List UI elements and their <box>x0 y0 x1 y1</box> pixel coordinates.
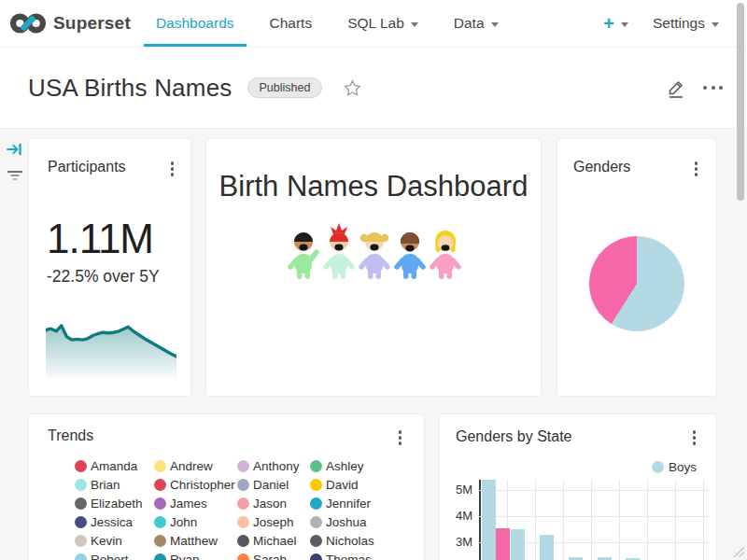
legend-dot <box>237 497 249 510</box>
legend-dot <box>237 516 249 528</box>
markdown-card: Birth Names Dashboard <box>205 138 542 397</box>
participants-menu-button[interactable] <box>167 158 178 180</box>
genders-card: Genders <box>557 138 717 397</box>
legend-item-brian[interactable]: Brian <box>75 479 154 491</box>
nav-item-label: Dashboards <box>156 15 234 32</box>
legend-item-andrew[interactable]: Andrew <box>154 460 237 472</box>
children-illustration <box>286 221 463 283</box>
legend-item-kevin[interactable]: Kevin <box>75 535 154 547</box>
legend-item-james[interactable]: James <box>154 497 237 510</box>
dashboard-heading: Birth Names Dashboard <box>206 170 541 203</box>
genders-by-state-menu-button[interactable] <box>689 427 700 449</box>
legend-item-christopher[interactable]: Christopher <box>154 479 237 491</box>
legend-dot <box>154 497 166 510</box>
chart-title: Genders <box>573 159 630 175</box>
genders-pie[interactable] <box>589 236 684 331</box>
legend-label: Christopher <box>170 478 235 492</box>
legend-item-amanda[interactable]: Amanda <box>75 460 154 472</box>
legend-item-elizabeth[interactable]: Elizabeth <box>75 497 154 510</box>
scrollbar-thumb[interactable] <box>737 3 744 201</box>
trends-legend: AmandaAndrewAnthonyAshleyBrianChristophe… <box>75 460 418 560</box>
y-axis-ticks: 5M4M3M <box>440 480 475 560</box>
superset-app: Superset DashboardsChartsSQL LabData + S… <box>0 0 747 560</box>
y-tick-label: 5M <box>456 483 472 497</box>
legend-item-thomas[interactable]: Thomas <box>310 553 418 560</box>
chevron-down-icon <box>712 22 719 27</box>
superset-infinity-icon <box>9 11 47 35</box>
legend-dot <box>310 460 322 472</box>
chart-title: Trends <box>48 427 93 444</box>
nav-item-label: Charts <box>270 15 313 32</box>
legend-dot <box>154 553 166 560</box>
filter-bar-button[interactable] <box>7 170 23 182</box>
legend-item-robert[interactable]: Robert <box>75 553 154 560</box>
chart-title: Participants <box>48 159 126 175</box>
legend-label: Elizabeth <box>91 497 143 511</box>
legend-item-anthony[interactable]: Anthony <box>237 460 310 472</box>
resize-handle[interactable] <box>730 543 745 558</box>
bar-boys[interactable] <box>511 529 525 560</box>
legend-label: Andrew <box>170 459 213 473</box>
legend-item-sarah[interactable]: Sarah <box>237 553 310 560</box>
kid-pink <box>432 231 458 279</box>
legend-item-joseph[interactable]: Joseph <box>237 516 310 528</box>
genders-menu-button[interactable] <box>691 158 702 180</box>
kid-green <box>290 232 317 279</box>
legend-item-jason[interactable]: Jason <box>237 497 310 510</box>
legend-item-michael[interactable]: Michael <box>237 535 310 547</box>
edit-dashboard-button[interactable] <box>666 77 686 99</box>
trends-menu-button[interactable] <box>395 427 406 449</box>
bar-boys[interactable] <box>540 535 554 560</box>
bar-girls[interactable] <box>496 528 510 560</box>
boys-legend-label: Boys <box>669 460 697 474</box>
legend-dot <box>237 535 249 547</box>
page-title: USA Births Names <box>28 74 233 103</box>
genders-by-state-card: Genders by State Boys 5M4M3M <box>439 413 717 560</box>
legend-item-joshua[interactable]: Joshua <box>310 516 418 528</box>
legend-dot <box>154 535 166 547</box>
state-bars-plot <box>479 480 710 560</box>
big-number-subheader: -22.5% over 5Y <box>47 267 160 287</box>
nav-item-charts[interactable]: Charts <box>258 0 325 47</box>
trends-card: Trends AmandaAndrewAnthonyAshleyBrianChr… <box>28 413 425 560</box>
nav-item-dashboards[interactable]: Dashboards <box>144 0 247 47</box>
legend-label: Anthony <box>253 459 300 473</box>
legend-dot <box>154 460 166 472</box>
plus-icon: + <box>603 14 614 33</box>
legend-item-nicholas[interactable]: Nicholas <box>310 535 418 547</box>
legend-item-john[interactable]: John <box>154 516 237 528</box>
nav-item-data[interactable]: Data <box>442 0 511 47</box>
legend-item-jennifer[interactable]: Jennifer <box>310 497 418 510</box>
published-badge[interactable]: Published <box>247 77 323 98</box>
expand-filter-bar-button[interactable] <box>7 142 22 157</box>
big-number-value: 1.11M <box>47 216 153 262</box>
nav-right: + Settings <box>603 0 747 47</box>
legend-item-daniel[interactable]: Daniel <box>237 479 310 491</box>
superset-logo[interactable]: Superset <box>9 0 131 47</box>
legend-item-ashley[interactable]: Ashley <box>310 460 418 472</box>
nav-item-sql-lab[interactable]: SQL Lab <box>335 0 430 47</box>
settings-dropdown[interactable]: Settings <box>653 15 719 32</box>
legend-item-david[interactable]: David <box>310 479 418 491</box>
brand-name: Superset <box>53 13 131 34</box>
more-actions-button[interactable] <box>701 80 725 95</box>
new-dropdown[interactable]: + <box>603 14 628 33</box>
legend-label: Brian <box>91 478 120 492</box>
legend-item-ryan[interactable]: Ryan <box>154 553 237 560</box>
bar-boys[interactable] <box>482 480 496 560</box>
legend-dot <box>310 535 322 547</box>
legend-item-matthew[interactable]: Matthew <box>154 535 237 547</box>
legend-label: Joshua <box>326 515 367 529</box>
boys-legend-item[interactable]: Boys <box>652 460 697 474</box>
nav-item-label: SQL Lab <box>347 15 404 32</box>
legend-dot <box>154 516 166 528</box>
nav-item-label: Data <box>454 15 485 32</box>
favorite-button[interactable] <box>343 78 362 98</box>
y-tick-label: 3M <box>456 535 472 549</box>
legend-dot <box>75 535 87 547</box>
legend-dot <box>75 479 87 491</box>
legend-label: John <box>170 515 197 529</box>
legend-dot <box>310 497 322 510</box>
legend-item-jessica[interactable]: Jessica <box>75 516 154 528</box>
legend-label: Matthew <box>170 534 218 548</box>
